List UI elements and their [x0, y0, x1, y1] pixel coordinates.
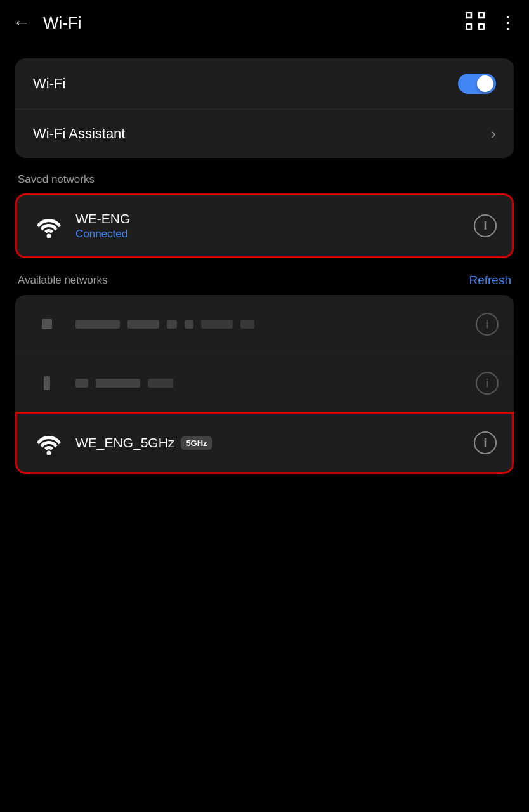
- svg-point-4: [47, 234, 51, 239]
- we-eng-5ghz-info: WE_ENG_5GHz 5GHz: [75, 435, 474, 450]
- blurred-network-2-info-button[interactable]: i: [476, 372, 499, 395]
- saved-networks-label: Saved networks: [18, 173, 95, 186]
- available-networks-section-header: Available networks Refresh: [15, 273, 514, 287]
- blurred-wifi-icon-1: [30, 308, 63, 341]
- we-eng-5ghz-info-button[interactable]: i: [474, 431, 497, 454]
- wifi-secured-icon: [32, 209, 65, 242]
- we-eng-name: WE-ENG: [75, 211, 474, 226]
- header: ← Wi-Fi ⋮: [0, 0, 529, 46]
- we-eng-5ghz-row[interactable]: WE_ENG_5GHz 5GHz i: [15, 412, 514, 474]
- blurred-network-row-2[interactable]: i: [15, 353, 514, 412]
- more-options-icon[interactable]: ⋮: [500, 13, 516, 33]
- blurred-network-2-info: [74, 379, 476, 388]
- blurred-network-1-info-button[interactable]: i: [476, 313, 499, 336]
- svg-rect-3: [479, 24, 484, 29]
- toggle-knob: [477, 75, 493, 92]
- main-content: Wi-Fi Wi-Fi Assistant › Saved networks: [0, 46, 529, 487]
- chevron-right-icon: ›: [491, 125, 496, 143]
- wifi-assistant-row[interactable]: Wi-Fi Assistant ›: [15, 109, 514, 158]
- wifi-toggle-card: Wi-Fi Wi-Fi Assistant ›: [15, 58, 514, 158]
- svg-rect-0: [466, 13, 471, 18]
- we-eng-info: WE-ENG Connected: [75, 211, 474, 240]
- page-title: Wi-Fi: [43, 13, 466, 33]
- we-eng-5ghz-name-row: WE_ENG_5GHz 5GHz: [75, 435, 474, 450]
- saved-network-we-eng-row[interactable]: WE-ENG Connected i: [17, 195, 512, 256]
- svg-rect-2: [466, 24, 471, 29]
- we-eng-5ghz-wifi-icon: [32, 426, 65, 459]
- 5ghz-badge: 5GHz: [181, 436, 212, 450]
- back-button[interactable]: ←: [13, 13, 30, 33]
- scan-icon[interactable]: [466, 12, 485, 34]
- wifi-assistant-label: Wi-Fi Assistant: [33, 126, 125, 142]
- wifi-toggle-row[interactable]: Wi-Fi: [15, 58, 514, 109]
- we-eng-5ghz-name: WE_ENG_5GHz: [75, 435, 174, 450]
- available-networks-card: i i: [15, 295, 514, 474]
- saved-network-we-eng-card[interactable]: WE-ENG Connected i: [15, 193, 514, 258]
- refresh-button[interactable]: Refresh: [469, 273, 511, 287]
- wifi-label: Wi-Fi: [33, 75, 65, 92]
- available-networks-label: Available networks: [18, 274, 107, 287]
- wifi-toggle[interactable]: [458, 74, 496, 94]
- blurred-network-1-info: [74, 320, 476, 329]
- svg-rect-1: [479, 13, 484, 18]
- we-eng-info-button[interactable]: i: [474, 214, 497, 237]
- blurred-wifi-icon-2: [30, 367, 63, 400]
- blurred-network-row-1[interactable]: i: [15, 295, 514, 353]
- we-eng-status: Connected: [75, 228, 474, 240]
- saved-networks-section-header: Saved networks: [15, 173, 514, 186]
- header-icons: ⋮: [466, 12, 516, 34]
- svg-point-6: [47, 451, 51, 455]
